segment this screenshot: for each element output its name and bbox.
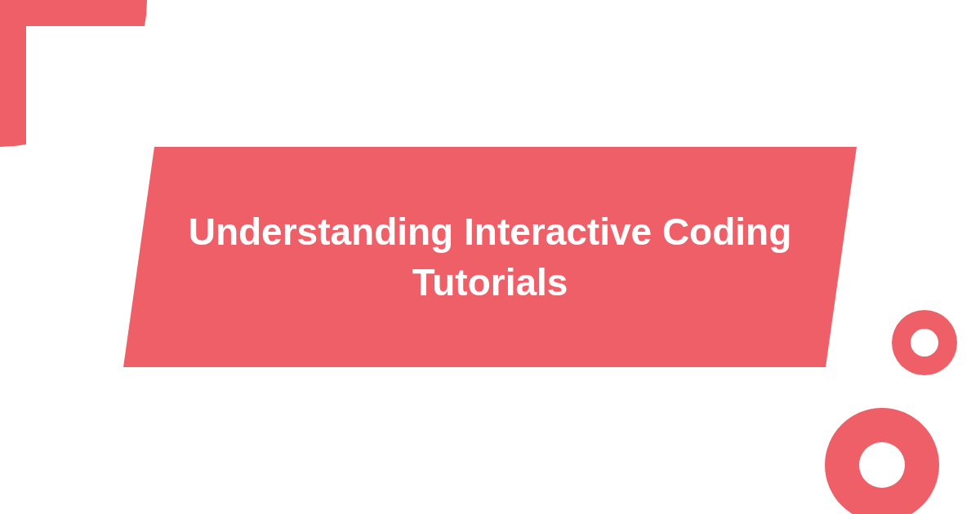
title-container: Understanding Interactive Coding Tutoria…	[123, 147, 857, 367]
ring-decoration-small	[892, 310, 957, 375]
page-title: Understanding Interactive Coding Tutoria…	[188, 206, 792, 308]
ring-decoration-large	[825, 408, 939, 514]
